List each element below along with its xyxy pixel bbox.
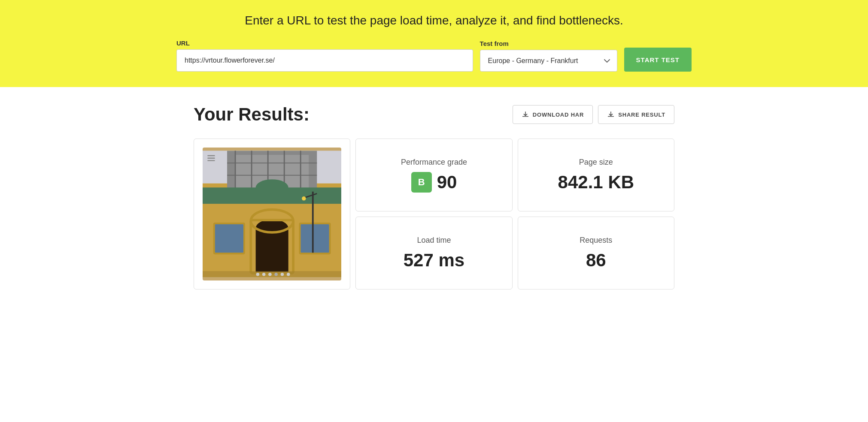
test-from-group: Test from Europe - Germany - Frankfurt U…	[480, 40, 617, 72]
screenshot-card	[194, 139, 350, 289]
svg-point-13	[256, 179, 288, 196]
svg-point-24	[302, 196, 306, 201]
input-row: URL Test from Europe - Germany - Frankfu…	[176, 39, 692, 72]
results-section: Your Results: DOWNLOAD HAR SHARE RESULT	[176, 87, 692, 307]
svg-point-28	[268, 273, 272, 276]
url-input-group: URL	[176, 39, 473, 72]
share-result-button[interactable]: SHARE RESULT	[598, 105, 674, 124]
page-size-card: Page size 842.1 KB	[518, 139, 674, 211]
svg-point-15	[256, 219, 288, 237]
performance-grade-card: Performance grade B 90	[355, 139, 512, 211]
svg-rect-20	[300, 224, 329, 253]
svg-rect-18	[215, 224, 244, 253]
svg-point-26	[256, 273, 260, 276]
download-har-button[interactable]: DOWNLOAD HAR	[513, 105, 593, 124]
svg-point-30	[281, 273, 284, 276]
results-header: Your Results: DOWNLOAD HAR SHARE RESULT	[194, 104, 674, 125]
load-time-label: Load time	[417, 236, 451, 245]
start-test-button[interactable]: START TEST	[624, 48, 692, 72]
results-title: Your Results:	[194, 104, 310, 125]
requests-label: Requests	[580, 236, 612, 245]
svg-rect-25	[203, 271, 341, 277]
requests-card: Requests 86	[518, 217, 674, 289]
test-from-label: Test from	[480, 40, 617, 47]
performance-grade-number: 90	[437, 172, 457, 193]
screenshot-image	[203, 148, 341, 280]
load-time-value: 527 ms	[404, 250, 464, 271]
header-tagline: Enter a URL to test the page load time, …	[17, 14, 851, 27]
performance-grade-label: Performance grade	[401, 158, 467, 167]
download-icon	[522, 111, 529, 118]
grade-badge: B	[411, 172, 432, 193]
page-size-label: Page size	[579, 158, 613, 167]
page-size-value: 842.1 KB	[558, 172, 634, 193]
header-banner: Enter a URL to test the page load time, …	[0, 0, 868, 87]
url-label: URL	[176, 39, 473, 47]
svg-point-27	[262, 273, 266, 276]
metrics-grid: Performance grade B 90 Page size 842.1 K…	[194, 139, 674, 289]
svg-point-29	[274, 273, 278, 276]
load-time-card: Load time 527 ms	[355, 217, 512, 289]
url-input[interactable]	[176, 49, 473, 72]
svg-point-31	[287, 273, 290, 276]
results-actions: DOWNLOAD HAR SHARE RESULT	[513, 105, 674, 124]
requests-value: 86	[586, 250, 606, 271]
performance-grade-value: B 90	[411, 172, 457, 193]
test-from-select[interactable]: Europe - Germany - Frankfurt US - East -…	[480, 50, 617, 72]
share-icon	[607, 111, 615, 118]
building-illustration	[203, 148, 341, 280]
